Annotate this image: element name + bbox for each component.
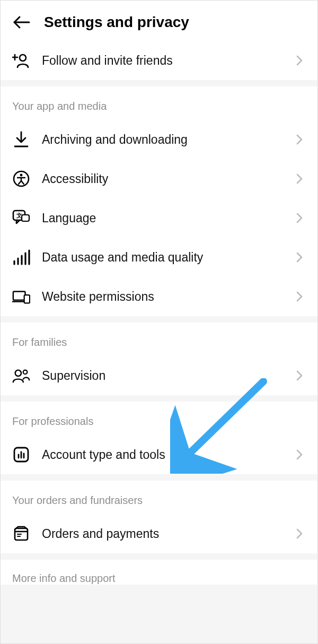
svg-point-23 (15, 370, 21, 376)
section-header-more: More info and support (1, 560, 317, 585)
svg-line-11 (21, 181, 24, 184)
row-label: Archiving and downloading (42, 133, 281, 147)
chart-square-icon (12, 446, 30, 464)
row-data-usage[interactable]: Data usage and media quality (1, 238, 317, 277)
svg-text:文: 文 (16, 212, 22, 219)
row-language[interactable]: 文 Language (1, 198, 317, 238)
chevron-right-icon (293, 133, 306, 146)
section-header-professionals: For professionals (1, 402, 317, 435)
row-accessibility[interactable]: Accessibility (1, 159, 317, 198)
row-supervision[interactable]: Supervision (1, 356, 317, 395)
people-icon (12, 367, 30, 385)
header: Settings and privacy (1, 1, 317, 47)
back-arrow-icon (12, 15, 30, 30)
row-label: Account type and tools (42, 448, 281, 462)
row-label: Follow and invite friends (42, 54, 281, 68)
page-title: Settings and privacy (44, 14, 189, 31)
chevron-right-icon (293, 369, 306, 382)
download-icon (12, 130, 30, 149)
chevron-right-icon (293, 251, 306, 264)
devices-icon (12, 288, 30, 306)
chevron-right-icon (293, 527, 306, 540)
accessibility-icon (12, 170, 30, 188)
chevron-right-icon (293, 172, 306, 185)
svg-point-1 (20, 55, 26, 61)
row-account-type-tools[interactable]: Account type and tools (1, 435, 317, 474)
svg-rect-20 (13, 292, 25, 300)
row-website-permissions[interactable]: Website permissions (1, 277, 317, 316)
svg-rect-22 (24, 295, 30, 303)
svg-point-24 (23, 370, 28, 375)
signal-bars-icon (12, 248, 30, 266)
svg-rect-14 (22, 215, 29, 221)
section-header-families: For families (1, 323, 317, 356)
chevron-right-icon (293, 448, 306, 461)
row-follow-invite[interactable]: Follow and invite friends (1, 47, 317, 80)
box-icon (12, 525, 30, 543)
section-header-orders: Your orders and fundraisers (1, 481, 317, 514)
row-label: Supervision (42, 369, 281, 383)
language-icon: 文 (12, 209, 30, 227)
section-header-app-media: Your app and media (1, 86, 317, 120)
chevron-right-icon (293, 290, 306, 303)
back-button[interactable] (11, 12, 31, 32)
row-label: Language (42, 211, 281, 225)
row-label: Website permissions (42, 290, 281, 304)
row-archiving[interactable]: Archiving and downloading (1, 120, 317, 159)
follow-invite-icon (12, 51, 30, 69)
chevron-right-icon (293, 54, 306, 67)
row-orders-payments[interactable]: Orders and payments (1, 514, 317, 553)
row-label: Accessibility (42, 172, 281, 186)
chevron-right-icon (293, 212, 306, 224)
row-label: Data usage and media quality (42, 250, 281, 265)
svg-point-7 (20, 174, 23, 177)
row-label: Orders and payments (42, 527, 281, 541)
